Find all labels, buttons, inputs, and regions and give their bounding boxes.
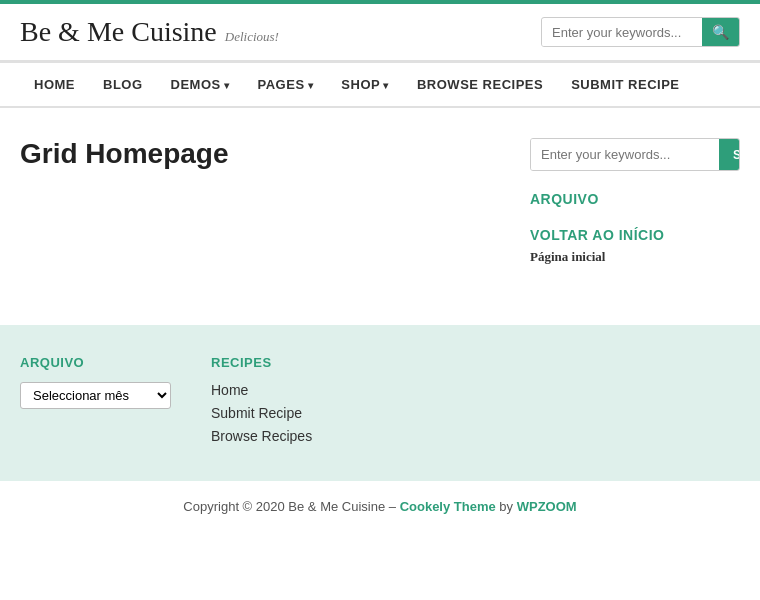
sidebar-back-section: VOLTAR AO INÍCIO Página inicial	[530, 227, 740, 265]
nav-item-demos[interactable]: DEMOS	[157, 63, 244, 106]
top-search-form: 🔍	[541, 17, 740, 47]
site-tagline: Delicious!	[225, 29, 279, 45]
footer-copyright: Copyright © 2020 Be & Me Cuisine –	[183, 499, 396, 514]
footer-widgets: ARQUIVO Seleccionar mês RECIPES Home Sub…	[0, 325, 760, 481]
nav-list: HOME BLOG DEMOS PAGES SHOP BROWSE RECIPE…	[20, 63, 740, 106]
nav-link-pages[interactable]: PAGES	[244, 63, 328, 106]
footer-widget-archive: ARQUIVO Seleccionar mês	[20, 355, 171, 451]
nav-item-pages[interactable]: PAGES	[244, 63, 328, 106]
top-bar: Be & Me Cuisine Delicious! 🔍	[0, 4, 760, 61]
page-title: Grid Homepage	[20, 138, 500, 170]
nav-item-blog[interactable]: BLOG	[89, 63, 157, 106]
footer-by-text: by	[499, 499, 513, 514]
footer-widgets-inner: ARQUIVO Seleccionar mês RECIPES Home Sub…	[20, 355, 740, 451]
footer-author-link[interactable]: WPZOOM	[517, 499, 577, 514]
footer-widget-recipes: RECIPES Home Submit Recipe Browse Recipe…	[211, 355, 331, 451]
nav-link-submit-recipe[interactable]: SUBMIT RECIPE	[557, 63, 693, 106]
main-nav: HOME BLOG DEMOS PAGES SHOP BROWSE RECIPE…	[0, 61, 760, 108]
site-title: Be & Me Cuisine	[20, 16, 217, 48]
sidebar-search-form: SEARCH	[530, 138, 740, 171]
top-search-input[interactable]	[542, 19, 702, 46]
footer-theme-link[interactable]: Cookely Theme	[400, 499, 496, 514]
list-item[interactable]: Home	[211, 382, 331, 399]
breadcrumb-home: Página inicial	[530, 249, 740, 265]
sidebar-search-button[interactable]: SEARCH	[719, 139, 740, 170]
nav-link-demos[interactable]: DEMOS	[157, 63, 244, 106]
footer-link-home[interactable]: Home	[211, 382, 248, 398]
footer-archive-select[interactable]: Seleccionar mês	[20, 382, 171, 409]
nav-link-home[interactable]: HOME	[20, 63, 89, 106]
sidebar-back-title: VOLTAR AO INÍCIO	[530, 227, 740, 243]
nav-item-shop[interactable]: SHOP	[327, 63, 403, 106]
list-item[interactable]: Submit Recipe	[211, 405, 331, 422]
nav-link-blog[interactable]: BLOG	[89, 63, 157, 106]
nav-item-home[interactable]: HOME	[20, 63, 89, 106]
footer-bottom: Copyright © 2020 Be & Me Cuisine – Cooke…	[0, 481, 760, 532]
main-content: Grid Homepage	[20, 138, 500, 285]
main-wrapper: Grid Homepage SEARCH ARQUIVO VOLTAR AO I…	[0, 108, 760, 325]
footer-archive-title: ARQUIVO	[20, 355, 171, 370]
search-icon: 🔍	[712, 24, 729, 40]
nav-item-submit-recipe[interactable]: SUBMIT RECIPE	[557, 63, 693, 106]
sidebar-search-input[interactable]	[531, 139, 719, 170]
list-item[interactable]: Browse Recipes	[211, 428, 331, 445]
footer-recipes-title: RECIPES	[211, 355, 331, 370]
sidebar-archive-section: ARQUIVO	[530, 191, 740, 207]
footer-link-submit[interactable]: Submit Recipe	[211, 405, 302, 421]
footer-link-browse[interactable]: Browse Recipes	[211, 428, 312, 444]
sidebar: SEARCH ARQUIVO VOLTAR AO INÍCIO Página i…	[530, 138, 740, 285]
top-search-button[interactable]: 🔍	[702, 18, 739, 46]
nav-link-shop[interactable]: SHOP	[327, 63, 403, 106]
nav-item-browse-recipes[interactable]: BROWSE RECIPES	[403, 63, 557, 106]
nav-link-browse-recipes[interactable]: BROWSE RECIPES	[403, 63, 557, 106]
footer-recipes-list: Home Submit Recipe Browse Recipes	[211, 382, 331, 445]
sidebar-archive-title: ARQUIVO	[530, 191, 740, 207]
site-branding: Be & Me Cuisine Delicious!	[20, 16, 279, 48]
